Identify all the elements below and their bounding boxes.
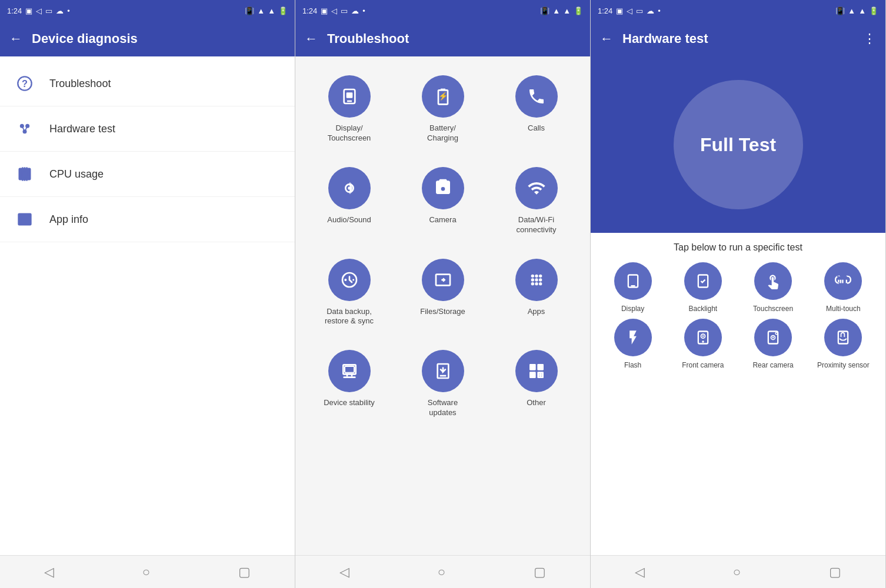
svg-rect-46 [537, 364, 544, 370]
calls-label: Calls [528, 123, 545, 133]
grid-item-files[interactable]: Files/Storage [398, 249, 487, 336]
nav-recent-3[interactable]: ▢ [829, 564, 841, 580]
grid-item-apps[interactable]: Apps [492, 249, 581, 336]
test-item-backlight[interactable]: Backlight [670, 262, 735, 314]
test-item-rear-camera[interactable]: Rear camera [741, 319, 806, 370]
test-item-multitouch[interactable]: Multi-touch [811, 262, 876, 314]
test-item-display[interactable]: Display [600, 262, 665, 314]
status-right-1: 📳 ▲ ▲ 🔋 [245, 6, 288, 15]
test-item-proximity[interactable]: Proximity sensor [811, 319, 876, 370]
files-storage-icon [422, 259, 464, 301]
other-label: Other [527, 398, 546, 408]
menu-list: ? Troubleshoot Hardware test CPU usage A… [0, 56, 295, 555]
nav-bar-2: ◁ ○ ▢ [295, 555, 590, 588]
svg-rect-23 [441, 89, 445, 91]
status-time-1: 1:24 [7, 6, 22, 15]
signal-icon-1: ▲ [268, 6, 275, 15]
device-stability-label: Device stability [324, 398, 375, 408]
test-front-camera-label: Front camera [682, 361, 724, 370]
svg-rect-47 [529, 372, 536, 379]
grid-item-other[interactable]: Other [492, 340, 581, 427]
full-test-label: Full Test [700, 134, 776, 156]
test-backlight-label: Backlight [689, 305, 718, 314]
svg-point-37 [535, 282, 538, 285]
svg-point-62 [775, 332, 778, 335]
cloud-icon-3: ☁ [647, 6, 654, 15]
test-item-touchscreen[interactable]: Touchscreen [741, 262, 806, 314]
camera-icon [422, 167, 464, 209]
svg-point-30 [531, 274, 534, 277]
grid-layout: Display/Touchscreen ⚡ Battery/Charging C… [305, 66, 581, 427]
dot-icon-3: • [658, 6, 661, 15]
svg-point-35 [539, 278, 542, 281]
back-button-3[interactable]: ← [600, 31, 613, 46]
troubleshoot-icon: ? [14, 73, 35, 94]
menu-item-cpu-usage[interactable]: CPU usage [0, 152, 295, 197]
nav-recent-2[interactable]: ▢ [534, 564, 546, 580]
status-right-2: 📳 ▲ ▲ 🔋 [540, 6, 583, 15]
other-icon [515, 350, 558, 392]
nav-back-2[interactable]: ◁ [339, 564, 349, 580]
svg-rect-21 [346, 92, 352, 98]
more-options-button[interactable]: ⋮ [863, 31, 876, 46]
grid-item-wifi[interactable]: Data/Wi-Ficonnectivity [492, 158, 581, 245]
nav-home-3[interactable]: ○ [733, 564, 741, 580]
back-button-2[interactable]: ← [305, 31, 318, 46]
test-proximity-label: Proximity sensor [817, 361, 870, 370]
files-storage-label: Files/Storage [420, 307, 465, 317]
grid-item-software[interactable]: Softwareupdates [398, 340, 487, 427]
app-info-label: App info [49, 213, 88, 226]
svg-point-33 [531, 278, 534, 281]
status-bar-3: 1:24 ▣ ◁ ▭ ☁ • 📳 ▲ ▲ 🔋 [591, 0, 885, 21]
backup-icon [328, 259, 371, 301]
dot-icon-1: • [67, 6, 70, 15]
status-left-2: 1:24 ▣ ◁ ▭ ☁ • [302, 6, 365, 15]
menu-item-app-info[interactable]: App info [0, 197, 295, 242]
nav-recent-1[interactable]: ▢ [238, 564, 251, 580]
cpu-usage-label: CPU usage [49, 168, 104, 181]
nav-back-1[interactable]: ◁ [44, 564, 54, 580]
app-bar-3: ← Hardware test ⋮ [591, 21, 885, 56]
nav-home-2[interactable]: ○ [438, 564, 445, 580]
test-front-camera-icon [684, 319, 722, 356]
menu-item-troubleshoot[interactable]: ? Troubleshoot [0, 61, 295, 106]
nav-home-1[interactable]: ○ [142, 564, 150, 580]
test-proximity-icon [824, 319, 862, 356]
vibrate-icon-2: 📳 [540, 6, 549, 15]
status-left-1: 1:24 ▣ ◁ ▭ ☁ • [7, 6, 70, 15]
grid-item-camera[interactable]: Camera [398, 158, 487, 245]
battery-charging-icon: ⚡ [422, 75, 464, 118]
grid-item-battery[interactable]: ⚡ Battery/Charging [398, 66, 487, 153]
svg-rect-8 [22, 171, 27, 176]
grid-item-stability[interactable]: Device stability [305, 340, 394, 427]
grid-item-backup[interactable]: Data backup,restore & sync [305, 249, 394, 336]
back-button-1[interactable]: ← [9, 31, 22, 46]
nav-bar-3: ◁ ○ ▢ [591, 555, 885, 588]
app-title-2: Troubleshoot [327, 31, 581, 46]
app-bar-1: ← Device diagnosis [0, 21, 295, 56]
grid-item-display[interactable]: Display/Touchscreen [305, 66, 394, 153]
hardware-test-label: Hardware test [49, 123, 115, 135]
back-nav-icon-3: ◁ [627, 6, 632, 15]
nav-back-3[interactable]: ◁ [635, 564, 645, 580]
cast-icon-1: ▭ [45, 6, 52, 15]
test-display-icon [614, 262, 652, 300]
test-item-flash[interactable]: Flash [600, 319, 665, 370]
back-nav-icon-1: ◁ [36, 6, 42, 15]
grid-item-calls[interactable]: Calls [492, 66, 581, 153]
full-test-button[interactable]: Full Test [674, 80, 803, 209]
test-rear-camera-label: Rear camera [752, 361, 793, 370]
apps-icon [515, 259, 558, 301]
full-test-area: Full Test [591, 56, 885, 233]
signal-icon-2: ▲ [563, 6, 571, 15]
svg-rect-40 [345, 366, 354, 373]
svg-point-34 [535, 278, 538, 281]
test-item-front-camera[interactable]: Front camera [670, 319, 735, 370]
svg-point-3 [25, 124, 29, 128]
status-left-3: 1:24 ▣ ◁ ▭ ☁ • [598, 6, 661, 15]
svg-point-36 [531, 282, 534, 285]
test-display-label: Display [621, 305, 644, 314]
notification-icon-2: ▣ [321, 6, 328, 15]
menu-item-hardware-test[interactable]: Hardware test [0, 106, 295, 152]
grid-item-audio[interactable]: Audio/Sound [305, 158, 394, 245]
